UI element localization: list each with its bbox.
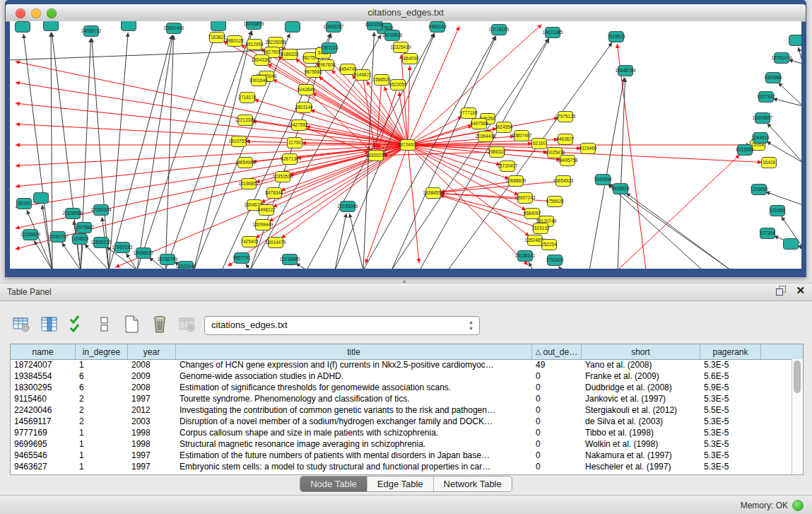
graph-node[interactable]: 7163822 <box>208 33 226 43</box>
graph-node[interactable]: 7615523 <box>607 32 625 42</box>
graph-node[interactable]: 15718485 <box>280 255 300 265</box>
graph-node[interactable]: 9329966 <box>764 73 782 83</box>
graph-node[interactable]: 1588520 <box>372 75 391 86</box>
graph-node[interactable]: 9463627 <box>556 134 575 145</box>
citation-edge-black[interactable] <box>165 35 174 269</box>
graph-node[interactable]: 19654985 <box>235 158 256 168</box>
graph-node[interactable]: 17975125 <box>555 112 576 122</box>
citation-edge-black[interactable] <box>92 38 109 269</box>
delete-button[interactable] <box>149 314 170 335</box>
graph-node[interactable]: 8938923 <box>611 184 630 194</box>
graph-node[interactable]: 9777169 <box>459 108 478 119</box>
graph-node[interactable]: 12042757 <box>48 232 69 243</box>
scrollbar-thumb[interactable] <box>794 361 801 393</box>
graph-node[interactable]: 2803144 <box>295 103 313 113</box>
graph-node[interactable] <box>16 22 30 33</box>
graph-node[interactable]: 18107554 <box>229 136 249 147</box>
citation-edge-red[interactable] <box>365 145 408 264</box>
select-columns-button[interactable] <box>39 314 60 335</box>
graph-node[interactable] <box>286 22 300 33</box>
graph-node[interactable]: 6522057 <box>389 80 407 90</box>
vertical-scrollbar[interactable] <box>792 359 803 474</box>
graph-node[interactable]: 8912954 <box>245 40 264 50</box>
graph-node[interactable]: 28226058 <box>266 37 286 48</box>
tab-edge-table[interactable]: Edge Table <box>367 477 434 491</box>
graph-node[interactable]: 16782759 <box>158 255 178 265</box>
graph-node[interactable] <box>34 193 49 204</box>
graph-node[interactable]: 10975887 <box>74 223 95 233</box>
graph-node[interactable]: 11700 <box>288 138 302 148</box>
graph-node[interactable]: 9227342 <box>757 92 775 103</box>
graph-node[interactable]: 1733426 <box>546 255 564 266</box>
citation-edge-red[interactable] <box>383 152 497 156</box>
citation-edge-red[interactable] <box>408 145 419 263</box>
graph-node[interactable]: 10807487 <box>512 131 532 141</box>
graph-node[interactable]: 3498222 <box>257 205 276 216</box>
graph-node[interactable]: 12353594 <box>273 172 293 182</box>
citation-edge-black[interactable] <box>767 123 801 163</box>
graph-node[interactable]: 19958167 <box>134 248 154 259</box>
table-selector-dropdown[interactable]: citations_edges.txt ▲▼ <box>204 316 480 335</box>
column-header-title[interactable]: title <box>176 344 532 359</box>
graph-node[interactable]: 6466163 <box>428 22 447 33</box>
table-row[interactable]: 977716911998Corpus callosum shape and si… <box>11 427 792 438</box>
graph-node[interactable]: 10688609 <box>506 176 526 187</box>
graph-node[interactable]: 677304 <box>760 228 775 239</box>
citation-edge-black[interactable] <box>335 214 346 269</box>
citation-edge-black[interactable] <box>349 214 363 269</box>
graph-node[interactable]: 19384554 <box>423 188 444 199</box>
citation-edge-red[interactable] <box>16 145 408 207</box>
graph-node[interactable]: 20691406 <box>164 23 184 34</box>
graph-node[interactable]: 12505135 <box>91 238 112 248</box>
citation-edge-black[interactable] <box>773 98 801 106</box>
column-header-short[interactable]: short <box>582 344 700 359</box>
citation-edge-black[interactable] <box>765 192 801 205</box>
column-header-pagerank[interactable]: pagerank <box>700 344 761 359</box>
graph-node[interactable]: 9756928 <box>546 197 564 207</box>
table-row[interactable]: 946554611997Estimation of the future num… <box>11 450 792 461</box>
citation-edge-black[interactable] <box>626 193 731 269</box>
graph-node[interactable]: 2718176 <box>238 93 257 103</box>
table-row[interactable]: 969969511998Structural magnetic resonanc… <box>11 438 792 450</box>
citation-edge-black[interactable] <box>194 31 252 269</box>
graph-node[interactable]: 15751074 <box>772 53 792 64</box>
graph-node[interactable]: 20364436 <box>476 132 496 142</box>
column-header-year[interactable]: year <box>128 344 176 359</box>
close-panel-icon[interactable]: ✕ <box>796 286 805 296</box>
graph-node[interactable]: 8878344 <box>265 188 283 199</box>
graph-node[interactable]: 18300295 <box>366 151 387 161</box>
graph-node[interactable]: 9875685 <box>304 67 322 78</box>
graph-node[interactable]: 16099449 <box>253 220 273 230</box>
graph-node[interactable]: 8813054 <box>365 21 384 30</box>
citation-edge-black[interactable] <box>558 266 561 269</box>
graph-node[interactable]: 18495758 <box>558 156 578 166</box>
citation-edge-black[interactable] <box>137 35 172 269</box>
citation-edge-black[interactable] <box>246 264 250 269</box>
graph-node[interactable]: 8186328 <box>281 49 299 60</box>
row-height-button[interactable] <box>94 314 115 335</box>
citation-edge-red[interactable] <box>408 145 500 165</box>
graph-node[interactable]: 14136141 <box>515 251 536 262</box>
citation-edge-red[interactable] <box>408 26 459 145</box>
network-canvas[interactable]: 7163822886012889129542822605898275051654… <box>10 21 801 269</box>
graph-node[interactable] <box>784 239 799 250</box>
graph-node[interactable]: 10653287 <box>324 22 344 33</box>
table-row[interactable]: 1872400712008Changes of HCN gene express… <box>11 359 792 370</box>
graph-node[interactable]: 18907243 <box>515 193 536 204</box>
table-row[interactable]: 2242004622012Investigating the contribut… <box>11 404 792 416</box>
citation-edge-black[interactable] <box>137 32 216 269</box>
citation-edge-red[interactable] <box>408 66 410 145</box>
tab-network-table[interactable]: Network Table <box>434 477 512 491</box>
graph-node[interactable]: 8267130 <box>281 154 299 165</box>
citation-edge-black[interactable] <box>799 47 801 64</box>
graph-node[interactable]: 8860128 <box>225 36 244 47</box>
graph-node[interactable]: 1615132 <box>531 223 550 234</box>
graph-node[interactable]: 17957223 <box>112 243 133 253</box>
graph-node[interactable]: 12093857 <box>753 113 773 124</box>
graph-node[interactable]: 2986322 <box>488 147 506 158</box>
graph-node[interactable] <box>789 35 802 46</box>
graph-node[interactable]: 1864093 <box>401 54 419 64</box>
column-header-in_degree[interactable]: in_degree <box>76 344 128 359</box>
graph-node[interactable]: 6497568 <box>470 119 488 129</box>
graph-node[interactable]: 14055712 <box>81 26 102 37</box>
